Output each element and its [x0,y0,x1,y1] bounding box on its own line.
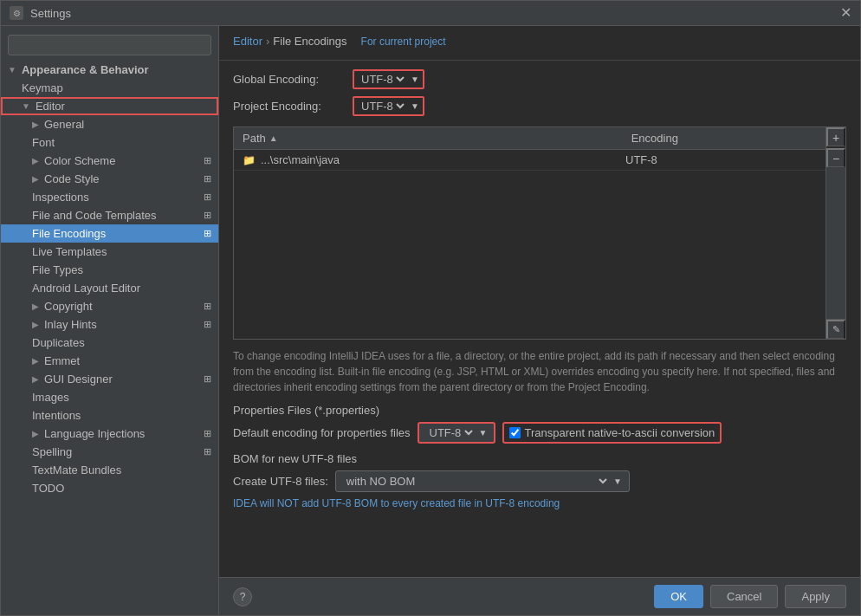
sidebar-item-label: Intentions [32,409,81,422]
sidebar-item-spelling[interactable]: Spelling ⊞ [1,443,218,461]
titlebar: ⚙ Settings ✕ [1,1,860,26]
properties-encoding-select[interactable]: UTF-8 [426,425,476,440]
encoding-settings: Global Encoding: UTF-8 ▼ Project Encodin… [219,61,860,126]
page-icon: ⊞ [204,173,211,185]
sidebar-item-font[interactable]: Font [1,133,218,152]
sidebar-item-file-encodings[interactable]: File Encodings ⊞ [1,224,218,243]
ok-button[interactable]: OK [654,585,703,608]
breadcrumb-current: File Encodings [273,35,346,48]
search-input[interactable] [8,35,211,55]
expand-icon: ▼ [8,65,16,75]
dropdown-arrow-icon: ▼ [613,477,622,486]
sidebar-item-label: File Types [32,263,83,276]
footer: ? OK Cancel Apply [219,577,860,615]
properties-encoding-dropdown[interactable]: UTF-8 ▼ [418,422,496,444]
expand-icon: ▶ [32,356,39,366]
expand-icon: ▶ [32,174,39,184]
table-body: 📁 ...\src\main\java UTF-8 [233,149,826,340]
breadcrumb: Editor › File Encodings For current proj… [233,35,846,48]
sidebar-item-code-style[interactable]: ▶ Code Style ⊞ [1,170,218,188]
close-button[interactable]: ✕ [840,6,851,20]
sidebar-item-label: File Encodings [32,227,106,240]
bom-dropdown[interactable]: with NO BOM with BOM ▼ [335,470,630,492]
sidebar-item-label: Inspections [32,191,89,204]
table-main: Path ▲ Encoding 📁 [233,126,826,340]
dropdown-arrow-icon: ▼ [411,75,419,84]
cancel-button[interactable]: Cancel [710,585,778,608]
expand-icon: ▶ [32,320,39,329]
project-encoding-label: Project Encoding: [233,100,346,113]
project-encoding-row: Project Encoding: UTF-8 ▼ [233,96,846,116]
sidebar-item-keymap[interactable]: Keymap [1,79,218,97]
bom-note-link: UTF-8 BOM [321,497,378,509]
project-encoding-select[interactable]: UTF-8 [358,99,407,113]
sidebar-item-language-injections[interactable]: ▶ Language Injections ⊞ [1,425,218,443]
sidebar-item-editor[interactable]: ▼ Editor [1,97,218,115]
add-row-button[interactable]: + [826,127,845,146]
sidebar-item-inlay-hints[interactable]: ▶ Inlay Hints ⊞ [1,315,218,334]
project-encoding-dropdown[interactable]: UTF-8 ▼ [353,96,424,116]
path-value: ...\src\main\java [261,153,340,166]
expand-icon: ▶ [32,156,39,165]
global-encoding-dropdown[interactable]: UTF-8 ▼ [353,69,424,89]
sidebar-item-label: General [44,118,84,131]
settings-window: ⚙ Settings ✕ ▼ Appearance & Behavior Key… [0,0,861,616]
sidebar-item-color-scheme[interactable]: ▶ Color Scheme ⊞ [1,152,218,170]
table-row[interactable]: 📁 ...\src\main\java UTF-8 [234,150,825,171]
help-button[interactable]: ? [233,587,252,606]
app-icon: ⚙ [10,6,23,20]
sidebar-item-todo[interactable]: TODO [1,479,218,497]
sidebar-item-duplicates[interactable]: Duplicates [1,334,218,352]
sidebar-item-label: Keymap [22,81,63,94]
global-encoding-select[interactable]: UTF-8 [358,72,407,87]
sidebar-item-label: Language Injections [44,427,145,440]
sidebar-item-inspections[interactable]: Inspections ⊞ [1,188,218,206]
sidebar-item-copyright[interactable]: ▶ Copyright ⊞ [1,297,218,315]
page-icon: ⊞ [204,319,211,330]
bom-section: BOM for new UTF-8 files Create UTF-8 fil… [233,452,846,492]
sidebar-item-intentions[interactable]: Intentions [1,406,218,425]
properties-encoding-row: Default encoding for properties files UT… [233,422,846,444]
sidebar-item-label: TODO [32,482,64,495]
sidebar-item-file-code-templates[interactable]: File and Code Templates ⊞ [1,206,218,224]
expand-icon: ▶ [32,120,39,129]
sidebar-item-label: GUI Designer [44,373,113,386]
encoding-cell: UTF-8 [625,153,817,166]
transparent-label: Transparent native-to-ascii conversion [524,426,715,439]
main-panel: Editor › File Encodings For current proj… [219,26,860,615]
sidebar-item-appearance[interactable]: ▼ Appearance & Behavior [1,61,218,79]
page-icon: ⊞ [204,373,211,385]
main-header: Editor › File Encodings For current proj… [219,26,860,61]
sidebar-item-label: TextMate Bundles [32,464,121,477]
page-icon: ⊞ [204,210,211,221]
bom-section-label: BOM for new UTF-8 files [233,452,846,465]
sidebar-item-label: Editor [36,100,65,113]
transparent-checkbox[interactable] [509,427,521,438]
info-text: To change encoding IntelliJ IDEA uses fo… [233,348,846,395]
spacer [826,167,845,320]
edit-row-button[interactable]: ✎ [826,320,845,339]
table-with-actions: Path ▲ Encoding 📁 [233,126,846,340]
sidebar-item-general[interactable]: ▶ General [1,115,218,133]
page-icon: ⊞ [204,428,211,439]
encoding-value: UTF-8 [625,153,657,166]
sidebar-item-live-templates[interactable]: Live Templates [1,243,218,261]
sidebar-item-gui-designer[interactable]: ▶ GUI Designer ⊞ [1,370,218,388]
apply-button[interactable]: Apply [785,585,846,608]
remove-row-button[interactable]: − [826,148,845,167]
for-project-link[interactable]: For current project [361,36,446,48]
path-header-label: Path [243,132,266,145]
sidebar-item-label: Copyright [44,300,93,313]
sidebar-item-android-layout-editor[interactable]: Android Layout Editor [1,279,218,297]
sidebar-item-file-types[interactable]: File Types [1,261,218,279]
sidebar-item-label: Duplicates [32,336,85,349]
folder-icon: 📁 [243,154,256,166]
sidebar-item-label: Inlay Hints [44,318,97,331]
sidebar-item-textmate-bundles[interactable]: TextMate Bundles [1,461,218,479]
sidebar-item-label: Images [32,391,69,404]
bom-select[interactable]: with NO BOM with BOM [343,474,610,489]
sidebar-item-images[interactable]: Images [1,388,218,406]
breadcrumb-editor[interactable]: Editor [233,35,262,48]
page-icon: ⊞ [204,301,211,312]
sidebar-item-emmet[interactable]: ▶ Emmet [1,352,218,370]
